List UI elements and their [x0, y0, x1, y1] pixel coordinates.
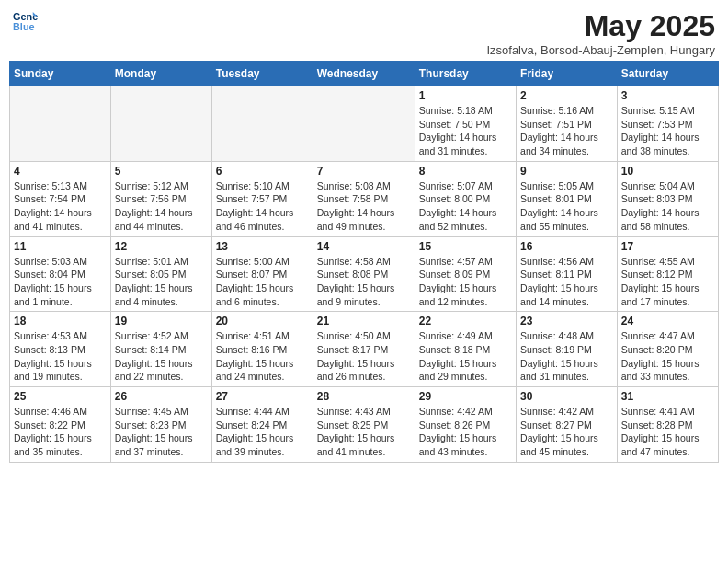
calendar-cell: 9Sunrise: 5:05 AMSunset: 8:01 PMDaylight… — [517, 161, 618, 236]
day-number: 23 — [520, 315, 613, 327]
day-number: 9 — [520, 165, 613, 178]
calendar-cell — [211, 86, 313, 162]
day-info: Sunrise: 4:58 AMSunset: 8:08 PMDaylight:… — [317, 255, 411, 309]
day-number: 3 — [621, 89, 714, 102]
day-number: 6 — [216, 165, 309, 178]
calendar-cell: 21Sunrise: 4:50 AMSunset: 8:17 PMDayligh… — [313, 312, 415, 387]
calendar-cell: 19Sunrise: 4:52 AMSunset: 8:14 PMDayligh… — [110, 312, 211, 387]
day-info: Sunrise: 5:13 AMSunset: 7:54 PMDaylight:… — [14, 179, 107, 234]
calendar-week-4: 18Sunrise: 4:53 AMSunset: 8:13 PMDayligh… — [10, 312, 719, 387]
calendar-week-5: 25Sunrise: 4:46 AMSunset: 8:22 PMDayligh… — [10, 387, 719, 463]
day-info: Sunrise: 4:53 AMSunset: 8:13 PMDaylight:… — [14, 329, 107, 384]
day-info: Sunrise: 4:42 AMSunset: 8:26 PMDaylight:… — [419, 405, 512, 459]
day-info: Sunrise: 4:50 AMSunset: 8:17 PMDaylight:… — [317, 329, 411, 384]
day-info: Sunrise: 5:00 AMSunset: 8:07 PMDaylight:… — [216, 255, 309, 309]
calendar-cell: 10Sunrise: 5:04 AMSunset: 8:03 PMDayligh… — [617, 161, 718, 236]
calendar-cell — [313, 86, 415, 162]
day-of-week-tuesday: Tuesday — [211, 62, 313, 86]
calendar-cell: 13Sunrise: 5:00 AMSunset: 8:07 PMDayligh… — [211, 236, 313, 312]
calendar-cell — [110, 86, 211, 162]
svg-text:Blue: Blue — [13, 21, 35, 32]
day-number: 30 — [520, 390, 613, 403]
day-number: 15 — [419, 240, 512, 253]
month-year: May 2025 — [486, 9, 715, 43]
calendar-cell: 18Sunrise: 4:53 AMSunset: 8:13 PMDayligh… — [10, 312, 111, 387]
day-info: Sunrise: 4:49 AMSunset: 8:18 PMDaylight:… — [419, 329, 512, 384]
calendar-table: SundayMondayTuesdayWednesdayThursdayFrid… — [9, 61, 719, 463]
day-number: 26 — [115, 390, 208, 403]
day-info: Sunrise: 5:10 AMSunset: 7:57 PMDaylight:… — [216, 179, 309, 234]
day-info: Sunrise: 5:15 AMSunset: 7:53 PMDaylight:… — [621, 104, 714, 158]
day-info: Sunrise: 4:55 AMSunset: 8:12 PMDaylight:… — [621, 255, 714, 309]
day-of-week-sunday: Sunday — [10, 62, 111, 86]
logo-icon: General Blue — [13, 9, 39, 35]
day-number: 18 — [14, 315, 107, 327]
calendar-cell: 4Sunrise: 5:13 AMSunset: 7:54 PMDaylight… — [10, 161, 111, 236]
calendar-cell: 2Sunrise: 5:16 AMSunset: 7:51 PMDaylight… — [517, 86, 618, 162]
calendar-cell: 30Sunrise: 4:42 AMSunset: 8:27 PMDayligh… — [517, 387, 618, 463]
day-of-week-monday: Monday — [110, 62, 211, 86]
day-of-week-saturday: Saturday — [617, 62, 718, 86]
calendar-cell: 23Sunrise: 4:48 AMSunset: 8:19 PMDayligh… — [517, 312, 618, 387]
calendar-cell: 31Sunrise: 4:41 AMSunset: 8:28 PMDayligh… — [617, 387, 718, 463]
calendar-cell: 17Sunrise: 4:55 AMSunset: 8:12 PMDayligh… — [617, 236, 718, 312]
day-number: 28 — [317, 390, 411, 403]
calendar-cell: 24Sunrise: 4:47 AMSunset: 8:20 PMDayligh… — [617, 312, 718, 387]
calendar-cell: 1Sunrise: 5:18 AMSunset: 7:50 PMDaylight… — [415, 86, 516, 162]
day-number: 8 — [419, 165, 512, 178]
day-info: Sunrise: 5:05 AMSunset: 8:01 PMDaylight:… — [520, 179, 613, 234]
day-info: Sunrise: 4:57 AMSunset: 8:09 PMDaylight:… — [419, 255, 512, 309]
page-header: General Blue May 2025 Izsofalva, Borsod-… — [9, 9, 719, 57]
day-number: 19 — [115, 315, 208, 327]
day-info: Sunrise: 4:43 AMSunset: 8:25 PMDaylight:… — [317, 405, 411, 459]
calendar-cell: 29Sunrise: 4:42 AMSunset: 8:26 PMDayligh… — [415, 387, 516, 463]
day-info: Sunrise: 4:56 AMSunset: 8:11 PMDaylight:… — [520, 255, 613, 309]
day-number: 20 — [216, 315, 309, 327]
day-number: 17 — [621, 240, 714, 253]
logo: General Blue — [13, 9, 39, 35]
day-info: Sunrise: 4:45 AMSunset: 8:23 PMDaylight:… — [115, 405, 208, 459]
calendar-cell: 15Sunrise: 4:57 AMSunset: 8:09 PMDayligh… — [415, 236, 516, 312]
day-info: Sunrise: 4:47 AMSunset: 8:20 PMDaylight:… — [621, 329, 714, 384]
calendar-cell: 28Sunrise: 4:43 AMSunset: 8:25 PMDayligh… — [313, 387, 415, 463]
day-info: Sunrise: 5:01 AMSunset: 8:05 PMDaylight:… — [115, 255, 208, 309]
calendar-week-2: 4Sunrise: 5:13 AMSunset: 7:54 PMDaylight… — [10, 161, 719, 236]
day-number: 16 — [520, 240, 613, 253]
day-of-week-thursday: Thursday — [415, 62, 516, 86]
location: Izsofalva, Borsod-Abauj-Zemplen, Hungary — [486, 43, 715, 57]
calendar-cell: 8Sunrise: 5:07 AMSunset: 8:00 PMDaylight… — [415, 161, 516, 236]
day-info: Sunrise: 5:03 AMSunset: 8:04 PMDaylight:… — [14, 255, 107, 309]
calendar-cell: 12Sunrise: 5:01 AMSunset: 8:05 PMDayligh… — [110, 236, 211, 312]
day-info: Sunrise: 5:08 AMSunset: 7:58 PMDaylight:… — [317, 179, 411, 234]
calendar-cell: 11Sunrise: 5:03 AMSunset: 8:04 PMDayligh… — [10, 236, 111, 312]
day-info: Sunrise: 5:07 AMSunset: 8:00 PMDaylight:… — [419, 179, 512, 234]
day-of-week-friday: Friday — [517, 62, 618, 86]
calendar-cell — [10, 86, 111, 162]
calendar-cell: 3Sunrise: 5:15 AMSunset: 7:53 PMDaylight… — [617, 86, 718, 162]
day-info: Sunrise: 5:16 AMSunset: 7:51 PMDaylight:… — [520, 104, 613, 158]
day-of-week-wednesday: Wednesday — [313, 62, 415, 86]
day-number: 14 — [317, 240, 411, 253]
calendar-cell: 25Sunrise: 4:46 AMSunset: 8:22 PMDayligh… — [10, 387, 111, 463]
calendar-week-3: 11Sunrise: 5:03 AMSunset: 8:04 PMDayligh… — [10, 236, 719, 312]
calendar-cell: 5Sunrise: 5:12 AMSunset: 7:56 PMDaylight… — [110, 161, 211, 236]
calendar-cell: 7Sunrise: 5:08 AMSunset: 7:58 PMDaylight… — [313, 161, 415, 236]
day-info: Sunrise: 4:41 AMSunset: 8:28 PMDaylight:… — [621, 405, 714, 459]
day-number: 2 — [520, 89, 613, 102]
calendar-cell: 20Sunrise: 4:51 AMSunset: 8:16 PMDayligh… — [211, 312, 313, 387]
day-number: 4 — [14, 165, 107, 178]
day-info: Sunrise: 5:04 AMSunset: 8:03 PMDaylight:… — [621, 179, 714, 234]
day-info: Sunrise: 4:46 AMSunset: 8:22 PMDaylight:… — [14, 405, 107, 459]
day-info: Sunrise: 4:42 AMSunset: 8:27 PMDaylight:… — [520, 405, 613, 459]
day-number: 25 — [14, 390, 107, 403]
day-info: Sunrise: 4:51 AMSunset: 8:16 PMDaylight:… — [216, 329, 309, 384]
day-number: 10 — [621, 165, 714, 178]
day-number: 13 — [216, 240, 309, 253]
day-number: 5 — [115, 165, 208, 178]
day-info: Sunrise: 4:52 AMSunset: 8:14 PMDaylight:… — [115, 329, 208, 384]
title-block: May 2025 Izsofalva, Borsod-Abauj-Zemplen… — [486, 9, 715, 57]
day-number: 1 — [419, 89, 512, 102]
day-number: 24 — [621, 315, 714, 327]
day-number: 29 — [419, 390, 512, 403]
calendar-header-row: SundayMondayTuesdayWednesdayThursdayFrid… — [10, 62, 719, 86]
